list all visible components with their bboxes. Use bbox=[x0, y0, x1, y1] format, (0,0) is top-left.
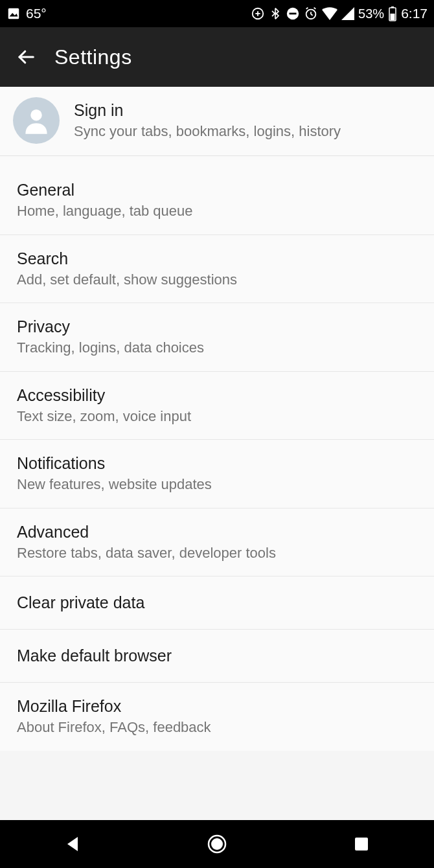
svg-rect-13 bbox=[391, 14, 395, 20]
svg-rect-12 bbox=[391, 6, 394, 8]
android-nav-bar bbox=[0, 820, 434, 868]
row-title: General bbox=[17, 181, 417, 200]
row-title: Make default browser bbox=[17, 644, 417, 668]
bluetooth-icon bbox=[269, 6, 282, 21]
cell-signal-icon bbox=[341, 7, 354, 20]
signin-row[interactable]: Sign in Sync your tabs, bookmarks, login… bbox=[0, 87, 434, 156]
row-notifications[interactable]: Notifications New features, website upda… bbox=[0, 440, 434, 508]
row-advanced[interactable]: Advanced Restore tabs, data saver, devel… bbox=[0, 508, 434, 577]
signin-title: Sign in bbox=[74, 101, 341, 120]
row-title: Advanced bbox=[17, 523, 417, 542]
svg-point-15 bbox=[30, 109, 42, 121]
row-subtitle: About Firefox, FAQs, feedback bbox=[17, 718, 417, 737]
row-title: Clear private data bbox=[17, 591, 417, 615]
row-title: Accessibility bbox=[17, 386, 417, 405]
nav-recent-button[interactable] bbox=[348, 831, 374, 857]
row-subtitle: Text size, zoom, voice input bbox=[17, 407, 417, 426]
row-mozilla-firefox[interactable]: Mozilla Firefox About Firefox, FAQs, fee… bbox=[0, 683, 434, 751]
svg-line-9 bbox=[306, 8, 308, 9]
status-bar: 65° 53% 6:17 bbox=[0, 0, 434, 27]
status-temperature: 65° bbox=[26, 6, 47, 21]
row-subtitle: Restore tabs, data saver, developer tool… bbox=[17, 544, 417, 562]
status-time: 6:17 bbox=[401, 6, 428, 21]
row-subtitle: New features, website updates bbox=[17, 475, 417, 494]
row-subtitle: Home, language, tab queue bbox=[17, 202, 417, 220]
wifi-icon bbox=[322, 7, 337, 20]
svg-line-8 bbox=[311, 14, 313, 16]
row-privacy[interactable]: Privacy Tracking, logins, data choices bbox=[0, 303, 434, 372]
back-button[interactable] bbox=[12, 43, 40, 71]
svg-rect-5 bbox=[290, 13, 297, 15]
row-title: Notifications bbox=[17, 454, 417, 473]
row-make-default-browser[interactable]: Make default browser bbox=[0, 630, 434, 683]
row-subtitle: Add, set default, show suggestions bbox=[17, 271, 417, 289]
settings-list: Sign in Sync your tabs, bookmarks, login… bbox=[0, 87, 434, 751]
nav-home-button[interactable] bbox=[204, 831, 230, 857]
signin-subtitle: Sync your tabs, bookmarks, logins, histo… bbox=[74, 122, 341, 141]
row-title: Search bbox=[17, 249, 417, 268]
add-circle-icon bbox=[251, 6, 265, 21]
image-icon bbox=[6, 6, 21, 21]
avatar-icon bbox=[13, 97, 60, 144]
nav-back-button[interactable] bbox=[60, 831, 86, 857]
row-general[interactable]: General Home, language, tab queue bbox=[0, 166, 434, 235]
row-subtitle: Tracking, logins, data choices bbox=[17, 339, 417, 357]
alarm-icon bbox=[304, 6, 318, 21]
status-battery-pct: 53% bbox=[358, 6, 384, 21]
battery-icon bbox=[388, 6, 397, 21]
svg-line-10 bbox=[314, 8, 316, 9]
app-bar: Settings bbox=[0, 27, 434, 87]
svg-rect-18 bbox=[355, 838, 368, 851]
row-title: Privacy bbox=[17, 317, 417, 336]
row-search[interactable]: Search Add, set default, show suggestion… bbox=[0, 235, 434, 304]
dnd-icon bbox=[286, 6, 300, 21]
svg-rect-0 bbox=[8, 8, 19, 19]
row-title: Mozilla Firefox bbox=[17, 697, 417, 716]
row-accessibility[interactable]: Accessibility Text size, zoom, voice inp… bbox=[0, 372, 434, 440]
svg-point-17 bbox=[211, 838, 223, 850]
row-clear-private-data[interactable]: Clear private data bbox=[0, 577, 434, 630]
page-title: Settings bbox=[54, 45, 132, 69]
